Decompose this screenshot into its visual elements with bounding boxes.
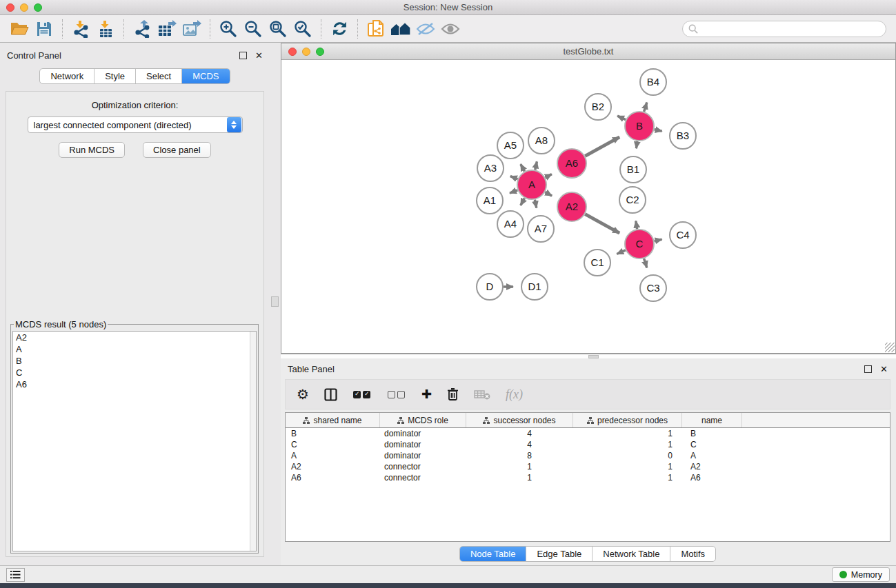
- maximize-network-window-icon[interactable]: [316, 48, 324, 56]
- zoom-in-button[interactable]: [216, 18, 241, 40]
- graph-node-A5[interactable]: A5: [497, 132, 524, 159]
- graph-edge-A-A2[interactable]: [545, 192, 552, 196]
- column-header-MCDS-role[interactable]: MCDS role: [380, 413, 466, 427]
- graph-edge-A-A5[interactable]: [521, 164, 525, 172]
- graph-node-B1[interactable]: B1: [620, 156, 646, 183]
- table-cell[interactable]: connector: [380, 473, 466, 483]
- task-history-button[interactable]: [6, 568, 25, 582]
- network-canvas[interactable]: B4B2BB3A5A8A6B1A3AC2A1A2A4A7CC4C1C3DD1: [281, 60, 895, 353]
- save-session-button[interactable]: [32, 18, 57, 40]
- tab-network[interactable]: Network: [40, 69, 94, 83]
- graph-node-A7[interactable]: A7: [528, 216, 554, 242]
- result-item[interactable]: C: [13, 367, 256, 378]
- graph-node-B3[interactable]: B3: [670, 123, 696, 149]
- zoom-out-button[interactable]: [241, 18, 266, 40]
- import-table-button[interactable]: [93, 18, 118, 40]
- delete-column-button[interactable]: [447, 387, 459, 401]
- graph-edge-A2-C[interactable]: [585, 214, 619, 234]
- import-network-button[interactable]: [68, 18, 93, 40]
- mcds-result-list[interactable]: A2ABCA6: [12, 331, 257, 551]
- export-table-button[interactable]: [155, 18, 179, 40]
- column-visibility-button[interactable]: [324, 388, 337, 401]
- deselect-all-button[interactable]: [387, 391, 406, 398]
- graph-edge-A-A1[interactable]: [510, 190, 517, 193]
- result-item[interactable]: B: [13, 355, 256, 367]
- graph-edge-B-B1[interactable]: [636, 141, 637, 149]
- home-layout-button[interactable]: [388, 18, 413, 40]
- graph-node-D[interactable]: D: [477, 274, 503, 300]
- graph-edge-C-C2[interactable]: [636, 221, 637, 230]
- table-splitter-grip[interactable]: [588, 355, 599, 358]
- result-item[interactable]: A2: [13, 332, 256, 343]
- search-input[interactable]: [682, 21, 886, 37]
- table-cell[interactable]: A2: [286, 462, 380, 472]
- graph-edge-C-C1[interactable]: [617, 250, 626, 254]
- select-all-button[interactable]: [352, 391, 372, 398]
- graph-node-B[interactable]: B: [625, 112, 654, 141]
- table-cell[interactable]: A2: [682, 462, 742, 472]
- close-table-panel-icon[interactable]: ✕: [880, 364, 888, 374]
- table-cell[interactable]: 1: [573, 429, 682, 438]
- graph-edge-B-B3[interactable]: [655, 130, 662, 132]
- table-cell[interactable]: C: [286, 440, 380, 449]
- table-cell[interactable]: 4: [466, 429, 573, 438]
- criterion-dropdown[interactable]: largest connected component (directed): [28, 116, 243, 133]
- table-cell[interactable]: 4: [466, 440, 573, 449]
- column-header-name[interactable]: name: [682, 413, 742, 427]
- graph-edge-A-A4[interactable]: [521, 198, 525, 205]
- graph-node-C[interactable]: C: [625, 230, 654, 258]
- table-cell[interactable]: A6: [286, 473, 380, 483]
- table-row[interactable]: A2connector11A2: [286, 461, 890, 472]
- graph-node-A3[interactable]: A3: [477, 155, 504, 181]
- table-cell[interactable]: A: [286, 451, 380, 460]
- table-cell[interactable]: 1: [573, 440, 682, 449]
- table-cell[interactable]: dominator: [380, 440, 466, 449]
- graph-edge-A-A3[interactable]: [510, 176, 518, 179]
- refresh-button[interactable]: [327, 18, 352, 40]
- float-table-panel-icon[interactable]: [864, 365, 872, 373]
- table-cell[interactable]: dominator: [380, 451, 466, 460]
- table-cell[interactable]: 8: [466, 451, 573, 460]
- table-cell[interactable]: B: [682, 429, 742, 438]
- window-resize-grip[interactable]: [885, 343, 895, 352]
- table-row[interactable]: Adominator80A: [286, 450, 890, 461]
- result-item[interactable]: A6: [13, 378, 256, 390]
- graph-node-C2[interactable]: C2: [619, 187, 646, 213]
- tab-style[interactable]: Style: [94, 69, 135, 83]
- table-cell[interactable]: 1: [466, 473, 573, 483]
- table-tab-node-table[interactable]: Node Table: [460, 547, 526, 561]
- zoom-fit-button[interactable]: [266, 18, 290, 40]
- graph-node-B2[interactable]: B2: [585, 94, 611, 120]
- graph-edge-B-B4[interactable]: [644, 103, 647, 112]
- result-item[interactable]: A: [13, 343, 256, 355]
- table-cell[interactable]: dominator: [380, 429, 466, 438]
- graph-node-A1[interactable]: A1: [477, 187, 503, 214]
- table-cell[interactable]: C: [682, 440, 742, 449]
- graph-node-C1[interactable]: C1: [584, 250, 610, 276]
- result-scrollbar[interactable]: [250, 332, 256, 551]
- graph-node-A[interactable]: A: [517, 170, 546, 199]
- graph-edge-C-C4[interactable]: [655, 239, 662, 241]
- graph-node-D1[interactable]: D1: [521, 274, 548, 300]
- table-cell[interactable]: 0: [573, 451, 682, 460]
- tab-select[interactable]: Select: [135, 69, 181, 83]
- graph-node-C4[interactable]: C4: [670, 222, 696, 248]
- table-tab-edge-table[interactable]: Edge Table: [526, 547, 592, 561]
- show-all-button[interactable]: [438, 18, 463, 40]
- table-cell[interactable]: connector: [380, 462, 466, 472]
- graph-edge-C-C3[interactable]: [644, 258, 647, 267]
- table-splitter[interactable]: [281, 354, 896, 358]
- memory-button[interactable]: Memory: [832, 567, 890, 582]
- graph-node-C3[interactable]: C3: [640, 275, 666, 301]
- table-cell[interactable]: 1: [573, 473, 682, 483]
- graph-node-A2[interactable]: A2: [557, 192, 586, 221]
- table-row[interactable]: A6connector11A6: [286, 472, 890, 483]
- close-network-window-icon[interactable]: [288, 48, 297, 56]
- table-cell[interactable]: 1: [466, 462, 573, 472]
- table-tab-network-table[interactable]: Network Table: [592, 547, 670, 561]
- add-column-button[interactable]: ✚: [421, 388, 432, 401]
- splitter-grip[interactable]: [271, 296, 279, 307]
- float-panel-icon[interactable]: [239, 52, 247, 59]
- table-cell[interactable]: A: [682, 451, 742, 460]
- tab-mcds[interactable]: MCDS: [181, 69, 229, 83]
